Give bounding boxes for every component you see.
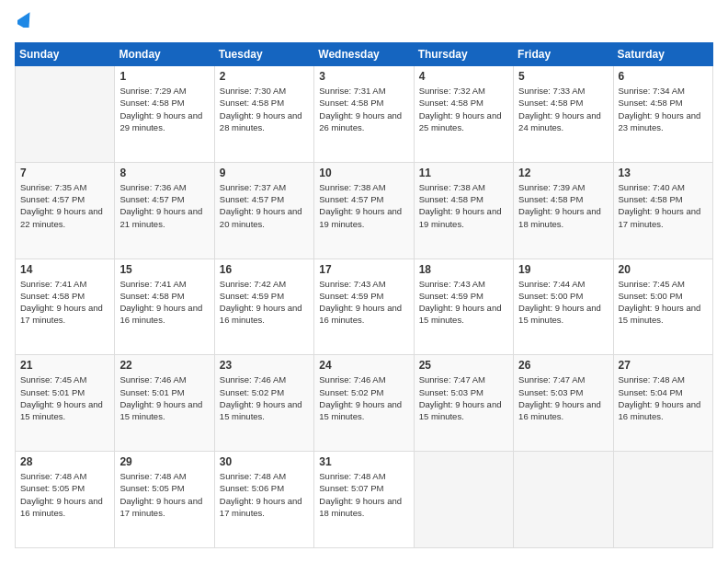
cell-info: Sunrise: 7:47 AMSunset: 5:03 PMDaylight:… (419, 373, 508, 422)
sunrise-text: Sunrise: 7:43 AM (419, 279, 485, 289)
day-number: 5 (518, 70, 608, 83)
sunset-text: Sunset: 4:58 PM (518, 98, 583, 108)
calendar-cell (613, 452, 712, 548)
sunset-text: Sunset: 5:01 PM (119, 387, 184, 397)
logo-text (15, 15, 34, 33)
calendar-cell: 10Sunrise: 7:38 AMSunset: 4:57 PMDayligh… (314, 162, 414, 259)
sunset-text: Sunset: 4:58 PM (419, 98, 483, 108)
header (15, 15, 713, 33)
cell-info: Sunrise: 7:29 AMSunset: 4:58 PMDaylight:… (119, 85, 209, 133)
daylight-text: Daylight: 9 hours and 18 minutes. (319, 496, 402, 518)
daylight-text: Daylight: 9 hours and 23 minutes. (619, 110, 701, 132)
cell-info: Sunrise: 7:48 AMSunset: 5:04 PMDaylight:… (619, 373, 708, 422)
cell-info: Sunrise: 7:41 AMSunset: 4:58 PMDaylight:… (20, 278, 109, 327)
cell-info: Sunrise: 7:40 AMSunset: 4:58 PMDaylight:… (619, 181, 708, 230)
calendar-cell (514, 452, 613, 548)
sunrise-text: Sunrise: 7:41 AM (119, 279, 186, 289)
sunrise-text: Sunrise: 7:37 AM (220, 182, 286, 192)
calendar-cell: 13Sunrise: 7:40 AMSunset: 4:58 PMDayligh… (613, 162, 712, 259)
calendar-cell: 23Sunrise: 7:46 AMSunset: 5:02 PMDayligh… (214, 355, 313, 452)
day-number: 26 (518, 359, 608, 372)
sunrise-text: Sunrise: 7:44 AM (518, 279, 585, 289)
sunrise-text: Sunrise: 7:38 AM (319, 182, 385, 192)
sunrise-text: Sunrise: 7:46 AM (119, 374, 186, 385)
sunset-text: Sunset: 5:04 PM (619, 387, 683, 397)
day-number: 20 (619, 263, 708, 276)
day-number: 19 (518, 263, 608, 276)
sunset-text: Sunset: 5:02 PM (319, 387, 383, 397)
sunrise-text: Sunrise: 7:32 AM (419, 86, 485, 96)
sunset-text: Sunset: 4:58 PM (119, 98, 184, 108)
cell-info: Sunrise: 7:30 AMSunset: 4:58 PMDaylight:… (220, 85, 309, 133)
sunset-text: Sunset: 5:00 PM (518, 291, 583, 301)
calendar-cell: 17Sunrise: 7:43 AMSunset: 4:59 PMDayligh… (314, 259, 414, 355)
calendar-cell: 3Sunrise: 7:31 AMSunset: 4:58 PMDaylight… (314, 66, 414, 163)
calendar-cell: 15Sunrise: 7:41 AMSunset: 4:58 PMDayligh… (115, 259, 214, 355)
sunrise-text: Sunrise: 7:42 AM (220, 279, 286, 289)
day-number: 24 (319, 359, 408, 372)
calendar-cell: 2Sunrise: 7:30 AMSunset: 4:58 PMDaylight… (214, 66, 313, 163)
page: SundayMondayTuesdayWednesdayThursdayFrid… (0, 0, 728, 563)
daylight-text: Daylight: 9 hours and 15 minutes. (319, 399, 402, 421)
calendar-cell: 11Sunrise: 7:38 AMSunset: 4:58 PMDayligh… (414, 162, 513, 259)
svg-marker-0 (17, 11, 34, 28)
day-number: 1 (119, 70, 209, 83)
sunset-text: Sunset: 5:02 PM (220, 387, 284, 397)
day-number: 13 (619, 167, 708, 179)
sunrise-text: Sunrise: 7:34 AM (619, 86, 685, 96)
daylight-text: Daylight: 9 hours and 24 minutes. (518, 110, 601, 132)
day-number: 15 (119, 263, 209, 276)
daylight-text: Daylight: 9 hours and 22 minutes. (20, 206, 103, 228)
sunset-text: Sunset: 4:58 PM (119, 291, 184, 301)
calendar-cell (414, 452, 513, 548)
logo (15, 15, 34, 33)
cell-info: Sunrise: 7:38 AMSunset: 4:58 PMDaylight:… (419, 181, 508, 230)
day-number: 11 (419, 167, 508, 179)
cell-info: Sunrise: 7:38 AMSunset: 4:57 PMDaylight:… (319, 181, 408, 230)
cell-info: Sunrise: 7:33 AMSunset: 4:58 PMDaylight:… (518, 85, 608, 133)
calendar-cell (16, 66, 115, 163)
cell-info: Sunrise: 7:32 AMSunset: 4:58 PMDaylight:… (419, 85, 508, 133)
day-number: 18 (419, 263, 508, 276)
sunset-text: Sunset: 4:58 PM (619, 194, 683, 204)
sunset-text: Sunset: 5:01 PM (20, 387, 85, 397)
sunset-text: Sunset: 4:58 PM (319, 98, 383, 108)
sunset-text: Sunset: 4:59 PM (220, 291, 284, 301)
sunset-text: Sunset: 4:57 PM (319, 194, 383, 204)
day-number: 10 (319, 167, 408, 179)
sunset-text: Sunset: 4:57 PM (220, 194, 284, 204)
day-number: 22 (119, 359, 209, 372)
daylight-text: Daylight: 9 hours and 15 minutes. (220, 399, 302, 421)
day-number: 27 (619, 359, 708, 372)
calendar-cell: 7Sunrise: 7:35 AMSunset: 4:57 PMDaylight… (16, 162, 115, 259)
daylight-text: Daylight: 9 hours and 16 minutes. (518, 399, 601, 421)
calendar-cell: 18Sunrise: 7:43 AMSunset: 4:59 PMDayligh… (414, 259, 513, 355)
calendar-cell: 8Sunrise: 7:36 AMSunset: 4:57 PMDaylight… (115, 162, 214, 259)
calendar-cell: 28Sunrise: 7:48 AMSunset: 5:05 PMDayligh… (16, 452, 115, 548)
daylight-text: Daylight: 9 hours and 19 minutes. (419, 206, 502, 228)
sunrise-text: Sunrise: 7:33 AM (518, 86, 585, 96)
cell-info: Sunrise: 7:45 AMSunset: 5:01 PMDaylight:… (20, 373, 109, 422)
daylight-text: Daylight: 9 hours and 16 minutes. (220, 303, 302, 325)
sunrise-text: Sunrise: 7:48 AM (220, 471, 286, 481)
calendar-cell: 16Sunrise: 7:42 AMSunset: 4:59 PMDayligh… (214, 259, 313, 355)
calendar-cell: 22Sunrise: 7:46 AMSunset: 5:01 PMDayligh… (115, 355, 214, 452)
cell-info: Sunrise: 7:34 AMSunset: 4:58 PMDaylight:… (619, 85, 708, 133)
daylight-text: Daylight: 9 hours and 26 minutes. (319, 110, 402, 132)
cell-info: Sunrise: 7:44 AMSunset: 5:00 PMDaylight:… (518, 278, 608, 327)
calendar-week-row: 21Sunrise: 7:45 AMSunset: 5:01 PMDayligh… (16, 355, 713, 452)
day-number: 23 (220, 359, 309, 372)
day-number: 8 (119, 167, 209, 179)
daylight-text: Daylight: 9 hours and 29 minutes. (119, 110, 202, 132)
cell-info: Sunrise: 7:43 AMSunset: 4:59 PMDaylight:… (319, 278, 408, 327)
cell-info: Sunrise: 7:46 AMSunset: 5:02 PMDaylight:… (319, 373, 408, 422)
daylight-text: Daylight: 9 hours and 16 minutes. (119, 303, 202, 325)
cell-info: Sunrise: 7:35 AMSunset: 4:57 PMDaylight:… (20, 181, 109, 230)
day-number: 9 (220, 167, 309, 179)
sunrise-text: Sunrise: 7:47 AM (419, 374, 485, 385)
sunrise-text: Sunrise: 7:46 AM (319, 374, 385, 385)
cell-info: Sunrise: 7:39 AMSunset: 4:58 PMDaylight:… (518, 181, 608, 230)
sunset-text: Sunset: 4:57 PM (119, 194, 184, 204)
sunrise-text: Sunrise: 7:48 AM (119, 471, 186, 481)
sunrise-text: Sunrise: 7:45 AM (619, 279, 685, 289)
